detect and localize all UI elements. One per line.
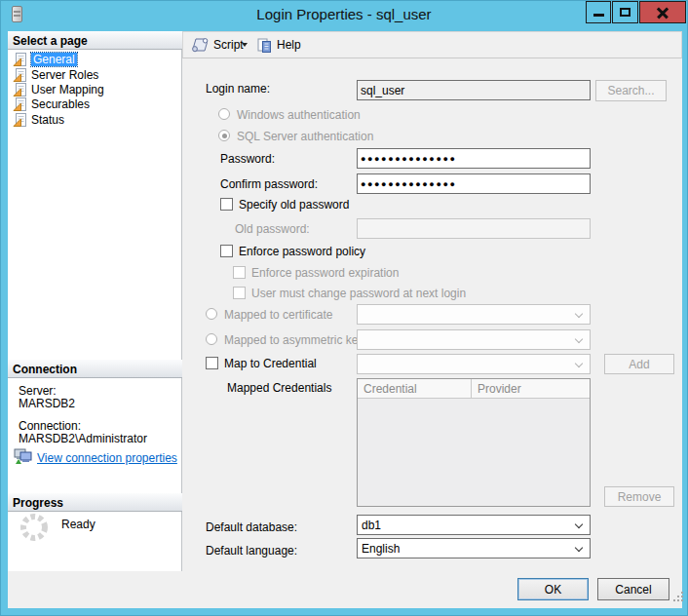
chevron-down-icon	[242, 43, 248, 47]
chevron-down-icon	[575, 335, 583, 343]
chevron-down-icon	[575, 520, 583, 528]
login-name-input[interactable]	[357, 80, 591, 100]
login-name-label: Login name:	[206, 83, 270, 96]
column-header-provider: Provider	[472, 379, 521, 398]
sidebar-item-label: Server Roles	[31, 68, 98, 82]
sidebar-item-label: Securables	[31, 97, 90, 111]
map-to-credential-checkbox[interactable]	[206, 357, 218, 369]
page-icon	[12, 112, 27, 128]
mapped-to-certificate-radio[interactable]	[206, 308, 217, 320]
windows-auth-radio[interactable]	[218, 108, 230, 120]
remove-button[interactable]: Remove	[604, 486, 674, 507]
maximize-button[interactable]	[612, 1, 638, 23]
sql-auth-label: SQL Server authentication	[237, 131, 373, 143]
sidebar-item-general[interactable]: General	[12, 52, 77, 67]
mapped-to-certificate-label: Mapped to certificate	[224, 309, 332, 322]
ok-button[interactable]: OK	[517, 578, 589, 600]
select-a-page-header: Select a page	[8, 31, 182, 50]
connection-properties-icon	[14, 448, 33, 465]
view-connection-properties-link[interactable]: View connection properties	[37, 451, 177, 465]
password-label: Password:	[220, 153, 275, 166]
sidebar-item-user-mapping[interactable]: User Mapping	[12, 82, 104, 97]
script-button[interactable]: Script	[190, 34, 244, 56]
search-button[interactable]: Search...	[595, 80, 667, 101]
script-dropdown[interactable]	[242, 34, 248, 56]
window-title: Login Properties - sql_user	[1, 6, 687, 22]
mapped-credentials-label: Mapped Credentials	[227, 382, 331, 395]
page-icon	[12, 82, 27, 97]
connection-value: MARSDB2\Administrator	[19, 432, 147, 445]
map-to-credential-label: Map to Credential	[224, 358, 317, 370]
password-input[interactable]	[357, 148, 591, 169]
script-label: Script	[213, 38, 244, 52]
column-header-credential: Credential	[358, 379, 472, 398]
resize-grip[interactable]	[673, 592, 683, 601]
default-database-label: Default database:	[206, 521, 297, 534]
page-icon	[12, 67, 27, 83]
sidebar-item-label: User Mapping	[31, 83, 104, 96]
add-button[interactable]: Add	[604, 354, 674, 374]
mapped-credentials-table[interactable]: Credential Provider	[357, 378, 591, 507]
connection-label: Connection:	[19, 419, 81, 433]
help-label: Help	[277, 38, 301, 52]
enforce-password-expiration-checkbox[interactable]	[233, 266, 246, 279]
chevron-down-icon	[575, 360, 583, 367]
help-icon	[256, 37, 273, 54]
login-properties-dialog: Login Properties - sql_user Select a pag…	[0, 0, 688, 616]
asym-key-select[interactable]	[357, 329, 591, 350]
connection-header: Connection	[8, 360, 182, 378]
table-header: Credential Provider	[358, 379, 590, 399]
sidebar-item-label: Status	[31, 113, 64, 127]
mapped-to-asym-key-radio[interactable]	[206, 333, 217, 345]
default-language-label: Default language:	[206, 545, 297, 558]
progress-status: Ready	[61, 518, 96, 531]
confirm-password-label: Confirm password:	[220, 178, 318, 191]
credential-select[interactable]	[357, 354, 591, 374]
enforce-password-policy-checkbox[interactable]	[220, 245, 233, 257]
script-icon	[190, 36, 210, 54]
sql-auth-radio[interactable]	[218, 130, 230, 141]
old-password-input[interactable]	[357, 218, 591, 239]
chevron-down-icon	[575, 544, 583, 552]
close-icon	[656, 6, 669, 19]
enforce-password-policy-label: Enforce password policy	[239, 246, 365, 258]
progress-spinner-icon	[19, 512, 50, 543]
must-change-password-label: User must change password at next login	[251, 288, 466, 300]
page-icon	[12, 96, 27, 112]
server-label: Server:	[19, 384, 57, 398]
progress-header: Progress	[8, 493, 182, 512]
confirm-password-input[interactable]	[357, 173, 591, 194]
help-button[interactable]: Help	[256, 34, 301, 56]
minimize-icon	[593, 14, 604, 17]
specify-old-password-label: Specify old password	[239, 199, 349, 212]
must-change-password-checkbox[interactable]	[233, 287, 246, 299]
default-language-select[interactable]: English	[357, 538, 591, 558]
cancel-button[interactable]: Cancel	[597, 578, 669, 600]
sidebar-item-label: General	[31, 53, 77, 66]
sidebar-item-status[interactable]: Status	[12, 112, 64, 128]
server-value: MARSDB2	[19, 397, 75, 410]
mapped-to-asym-key-label: Mapped to asymmetric key	[224, 334, 363, 347]
enforce-password-expiration-label: Enforce password expiration	[251, 267, 399, 280]
certificate-select[interactable]	[357, 304, 591, 325]
minimize-button[interactable]	[586, 1, 611, 23]
specify-old-password-checkbox[interactable]	[220, 198, 233, 211]
windows-auth-label: Windows authentication	[237, 109, 361, 122]
maximize-icon	[620, 8, 631, 17]
page-icon	[12, 52, 27, 67]
old-password-label: Old password:	[235, 223, 310, 236]
default-database-select[interactable]: db1	[357, 515, 591, 535]
sidebar-item-securables[interactable]: Securables	[12, 96, 90, 112]
sidebar-item-server-roles[interactable]: Server Roles	[12, 67, 98, 83]
chevron-down-icon	[575, 310, 583, 318]
close-button[interactable]	[639, 1, 686, 23]
